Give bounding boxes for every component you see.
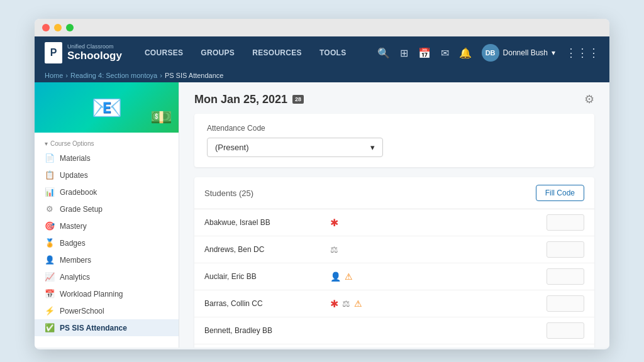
course-options-label: Course Options	[50, 140, 94, 147]
student-code-input[interactable]	[547, 214, 584, 231]
mail-icon[interactable]: ✉	[441, 47, 449, 59]
main-layout: 📧 💵 ▾ Course Options 📄 Materials 📋 Updat…	[35, 82, 609, 348]
students-header: Students (25) Fill Code	[194, 177, 594, 209]
browser-window: P Unified Classroom Schoology COURSES GR…	[35, 19, 609, 349]
user-avatar: DB	[482, 44, 499, 62]
breadcrumb: Home › Reading 4: Section montoya › PS S…	[35, 69, 609, 82]
sidebar-item-members[interactable]: 👤 Members	[35, 251, 179, 268]
sidebar-item-powerschool[interactable]: ⚡ PowerSchool	[35, 302, 179, 319]
student-row: Booth, Daniel AB 👤 ⚖ ⚠	[194, 344, 594, 348]
sidebar-label-mastery: Mastery	[60, 222, 87, 231]
nav-courses[interactable]: COURSES	[137, 45, 191, 61]
student-code-input[interactable]	[547, 268, 584, 285]
chevron-down-icon: ▾	[552, 48, 555, 57]
sidebar-label-materials: Materials	[60, 154, 91, 163]
course-image: 📧 💵	[35, 82, 179, 133]
scale-icon: ⚖	[330, 244, 338, 255]
badges-icon: 🏅	[45, 238, 55, 248]
settings-icon[interactable]: ⚙	[584, 92, 594, 106]
sidebar-label-updates: Updates	[60, 171, 88, 180]
breadcrumb-section[interactable]: Reading 4: Section montoya	[70, 72, 157, 79]
student-name: Andrews, Ben DC	[204, 245, 330, 254]
breadcrumb-current: PS SIS Attendance	[165, 72, 224, 79]
sidebar-label-attendance: PS SIS Attendance	[60, 324, 127, 332]
student-code-input[interactable]	[547, 241, 584, 258]
nav-tools[interactable]: TOOLS	[312, 45, 354, 61]
fill-code-button[interactable]: Fill Code	[536, 185, 584, 201]
members-icon: 👤	[45, 255, 55, 265]
attendance-section: Attendance Code (Present) ▾	[194, 114, 594, 167]
close-button[interactable]	[42, 24, 50, 31]
maximize-button[interactable]	[66, 24, 74, 31]
alert-icon: ✱	[330, 298, 338, 310]
student-row: Andrews, Ben DC ⚖	[194, 236, 594, 263]
person-icon: 👤	[330, 272, 341, 282]
sidebar-item-materials[interactable]: 📄 Materials	[35, 150, 179, 167]
attendance-label: Attendance Code	[207, 124, 582, 133]
chevron-icon: ▾	[45, 140, 48, 147]
student-icons: 👤 ⚠	[330, 272, 547, 282]
student-code-input[interactable]	[547, 295, 584, 312]
bell-icon[interactable]: 🔔	[459, 47, 472, 59]
course-options-toggle[interactable]: ▾ Course Options	[35, 138, 179, 150]
scale-icon: ⚖	[342, 299, 350, 309]
student-code-input[interactable]	[547, 322, 584, 339]
sidebar-item-workload-planning[interactable]: 📅 Workload Planning	[35, 285, 179, 302]
workload-icon: 📅	[45, 289, 55, 299]
sidebar-label-workload: Workload Planning	[60, 290, 123, 299]
sidebar-item-ps-sis-attendance[interactable]: ✅ PS SIS Attendance	[35, 319, 179, 336]
content-header: Mon Jan 25, 2021 28 ⚙	[194, 92, 594, 106]
breadcrumb-sep-1: ›	[65, 72, 68, 79]
brand-subtitle: Unified Classroom	[67, 43, 122, 50]
apps-grid-icon[interactable]: ⋮⋮⋮	[565, 46, 599, 60]
sidebar-item-mastery[interactable]: 🎯 Mastery	[35, 217, 179, 234]
sidebar-item-gradebook[interactable]: 📊 Gradebook	[35, 184, 179, 200]
sidebar-item-updates[interactable]: 📋 Updates	[35, 167, 179, 184]
student-icons: ✱ ⚖ ⚠	[330, 298, 547, 310]
nav-groups[interactable]: GROUPS	[193, 45, 242, 61]
sidebar-label-powerschool: PowerSchool	[60, 307, 104, 315]
titlebar	[35, 19, 609, 36]
nav-icons: 🔍 ⊞ 📅 ✉ 🔔 DB Donnell Bush ▾ ⋮⋮⋮	[377, 44, 599, 62]
user-menu[interactable]: DB Donnell Bush ▾	[482, 44, 555, 62]
top-navigation: P Unified Classroom Schoology COURSES GR…	[35, 36, 609, 69]
attendance-chevron-icon: ▾	[370, 143, 375, 152]
date-title: Mon Jan 25, 2021 28	[194, 93, 304, 106]
calendar-icon[interactable]: 📅	[418, 47, 431, 59]
brand-logo[interactable]: P Unified Classroom Schoology	[45, 42, 122, 63]
date-badge: 28	[292, 95, 304, 104]
search-icon[interactable]: 🔍	[377, 47, 390, 59]
student-row: Auclair, Eric BB 👤 ⚠	[194, 263, 594, 290]
warning-icon: ⚠	[345, 272, 353, 282]
attendance-select[interactable]: (Present) ▾	[207, 138, 383, 157]
sidebar-item-badges[interactable]: 🏅 Badges	[35, 234, 179, 251]
student-name: Auclair, Eric BB	[204, 272, 330, 281]
updates-icon: 📋	[45, 170, 55, 180]
students-section: Students (25) Fill Code Abakwue, Israel …	[194, 177, 594, 348]
student-icons: ⚖	[330, 244, 547, 255]
sidebar-item-grade-setup[interactable]: ⚙ Grade Setup	[35, 200, 179, 217]
sidebar-label-badges: Badges	[60, 239, 86, 248]
breadcrumb-home[interactable]: Home	[45, 72, 63, 79]
brand-text: Unified Classroom Schoology	[67, 43, 122, 62]
minimize-button[interactable]	[54, 24, 62, 31]
sidebar-label-grade-setup: Grade Setup	[60, 205, 103, 214]
user-name: Donnell Bush	[503, 48, 548, 57]
student-row: Barras, Collin CC ✱ ⚖ ⚠	[194, 290, 594, 317]
student-row: Bennett, Bradley BB	[194, 317, 594, 344]
warning-icon: ⚠	[354, 299, 362, 309]
sidebar-section: ▾ Course Options 📄 Materials 📋 Updates 📊…	[35, 133, 179, 339]
alert-icon: ✱	[330, 217, 338, 229]
analytics-icon: 📈	[45, 272, 55, 282]
grid-small-icon[interactable]: ⊞	[400, 47, 408, 59]
grade-setup-icon: ⚙	[45, 204, 55, 214]
sidebar-item-analytics[interactable]: 📈 Analytics	[35, 268, 179, 285]
brand-icon: P	[45, 42, 62, 63]
gradebook-icon: 📊	[45, 187, 55, 197]
mastery-icon: 🎯	[45, 221, 55, 231]
sidebar-label-members: Members	[60, 256, 91, 265]
nav-links: COURSES GROUPS RESOURCES TOOLS	[137, 45, 377, 61]
nav-resources[interactable]: RESOURCES	[245, 45, 309, 61]
student-row: Abakwue, Israel BB ✱	[194, 209, 594, 236]
student-name: Barras, Collin CC	[204, 299, 330, 308]
